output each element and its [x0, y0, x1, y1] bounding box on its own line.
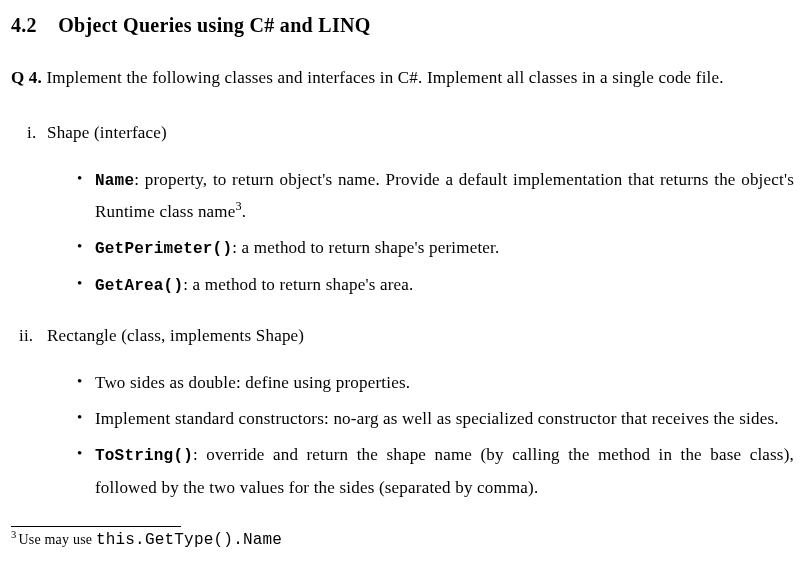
bullet-tail: .: [242, 202, 246, 221]
list-item: ToString(): override and return the shap…: [77, 439, 794, 504]
roman-list: i. Shape (interface) Name: property, to …: [11, 120, 794, 504]
bullet-text: Two sides as double: define using proper…: [95, 373, 410, 392]
footnote-rule: [11, 526, 181, 527]
code-getperimeter: GetPerimeter(): [95, 240, 232, 258]
item-heading: Rectangle (class, implements Shape): [47, 326, 304, 345]
bullet-list: Two sides as double: define using proper…: [77, 367, 794, 504]
footnote: 3Use may use this.GetType().Name: [11, 529, 794, 551]
code-name: Name: [95, 172, 134, 190]
bullet-text: : override and return the shape name (by…: [95, 445, 794, 496]
bullet-text: : a method to return shape's perimeter.: [232, 238, 499, 257]
footnote-text: Use may use: [18, 532, 95, 547]
question-label: Q 4.: [11, 68, 42, 87]
roman-marker: i.: [27, 120, 36, 146]
question-intro: Q 4. Implement the following classes and…: [11, 62, 794, 94]
item-shape: i. Shape (interface) Name: property, to …: [11, 120, 794, 301]
item-heading: Shape (interface): [47, 123, 167, 142]
list-item: Name: property, to return object's name.…: [77, 164, 794, 229]
code-tostring: ToString(): [95, 447, 193, 465]
section-title: Object Queries using C# and LINQ: [58, 14, 370, 36]
list-item: Two sides as double: define using proper…: [77, 367, 794, 399]
bullet-text: : a method to return shape's area.: [183, 275, 413, 294]
section-number: 4.2: [11, 14, 37, 36]
question-text: Implement the following classes and inte…: [46, 68, 723, 87]
roman-marker: ii.: [19, 323, 33, 349]
item-rectangle: ii. Rectangle (class, implements Shape) …: [11, 323, 794, 504]
list-item: GetArea(): a method to return shape's ar…: [77, 269, 794, 301]
bullet-list: Name: property, to return object's name.…: [77, 164, 794, 301]
list-item: GetPerimeter(): a method to return shape…: [77, 232, 794, 264]
section-heading: 4.2 Object Queries using C# and LINQ: [11, 10, 794, 40]
footnote-marker: 3: [11, 529, 16, 540]
code-getarea: GetArea(): [95, 277, 183, 295]
bullet-text: Implement standard constructors: no-arg …: [95, 409, 779, 428]
bullet-text: : property, to return object's name. Pro…: [95, 170, 794, 221]
footnote-code: this.GetType().Name: [96, 531, 282, 549]
list-item: Implement standard constructors: no-arg …: [77, 403, 794, 435]
